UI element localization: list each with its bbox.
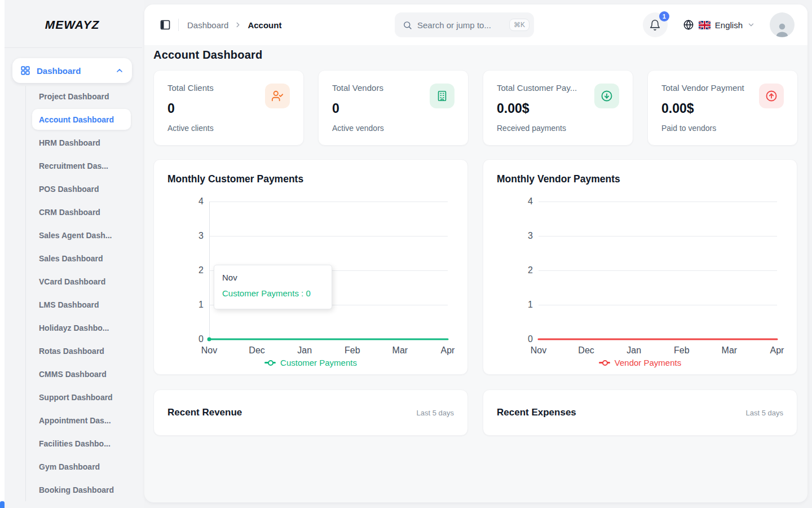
chevron-up-icon [115,66,124,75]
building-icon [430,84,454,108]
y-axis-label: 2 [506,265,533,276]
card-period: Last 5 days [746,409,784,417]
arrow-down-circle-icon [594,84,619,108]
legend-marker-icon [599,362,610,364]
y-axis-label: 1 [176,299,204,310]
sidebar-item-label: Appointment Das... [39,416,111,425]
content-area: Account Dashboard Total Clients 0 Active… [144,45,807,436]
sidebar-item-label: Holidayz Dashbo... [39,323,109,332]
stat-subtitle: Received payments [497,124,619,133]
sidebar-item-label: POS Dashboard [39,185,99,194]
x-axis-label: Mar [712,345,746,356]
arrow-up-circle-icon [759,84,784,108]
stat-label: Total Customer Pay... [497,83,601,93]
sidebar-item-label: Gym Dashboard [39,462,100,471]
sidebar-item-account-dashboard[interactable]: Account Dashboard [0,108,144,131]
tooltip-value: Customer Payments : 0 [222,288,324,298]
sidebar-group-label: Dashboard [37,66,81,76]
sidebar-nav: Project DashboardAccount DashboardHRM Da… [0,85,144,501]
notification-badge: 1 [659,11,669,21]
globe-icon [683,19,694,30]
sidebar-item-sales-dashboard[interactable]: Sales Dashboard [0,247,144,270]
chart-card-customer-payments: Monthly Customer Payments 43210NovDecJan… [153,159,468,375]
card-period: Last 5 days [417,409,454,417]
sidebar-item-recruitment-das[interactable]: Recruitment Das... [0,154,144,177]
notifications-button[interactable]: 1 [643,12,668,37]
sidebar-item-label: Account Dashboard [39,115,114,124]
sidebar-item-vcard-dashboard[interactable]: VCard Dashboard [0,270,144,293]
sidebar-item-appointment-das[interactable]: Appointment Das... [0,409,144,432]
chevron-right-icon [234,21,242,29]
stat-label: Total Clients [167,83,272,93]
sidebar-item-hrm-dashboard[interactable]: HRM Dashboard [0,131,144,154]
sidebar-scrollbar-thumb[interactable] [0,501,5,508]
chart-plot-area[interactable]: 43210NovDecJanFebMarApr [483,160,797,374]
y-axis-label: 3 [176,230,204,242]
sidebar-item-facilities-dashbo[interactable]: Facilities Dashbo... [0,432,144,455]
sidebar-item-project-dashboard[interactable]: Project Dashboard [0,85,144,108]
breadcrumb-root[interactable]: Dashboard [187,20,228,30]
x-axis-label: Jan [288,345,321,356]
sidebar-item-label: HRM Dashboard [39,138,100,147]
recent-revenue-card: Recent Revenue Last 5 days [153,389,468,436]
language-selector[interactable]: English [683,19,755,30]
series-line[interactable] [535,198,780,343]
sidebar-item-cmms-dashboard[interactable]: CMMS Dashboard [0,362,144,386]
x-axis-label: Apr [431,345,465,356]
stat-subtitle: Active clients [167,124,290,133]
card-title: Recent Expenses [497,407,576,418]
sidebar-item-label: Booking Dashboard [39,485,114,494]
search-shortcut-badge: ⌘K [509,19,529,31]
user-check-icon [265,84,290,108]
y-axis-label: 0 [176,334,204,345]
header-actions: 1 [643,12,795,37]
card-title: Recent Revenue [167,407,242,418]
sidebar-item-gym-dashboard[interactable]: Gym Dashboard [0,455,144,478]
x-axis-label: Jan [617,345,651,356]
sidebar-item-support-dashboard[interactable]: Support Dashboard [0,386,144,409]
sidebar-item-booking-dashboard[interactable]: Booking Dashboard [0,478,144,501]
search-input[interactable] [417,20,504,30]
sidebar-item-label: Sales Dashboard [39,254,103,263]
sidebar-divider [5,47,142,48]
sidebar-item-label: Project Dashboard [39,92,109,101]
sidebar-item-crm-dashboard[interactable]: CRM Dashboard [0,200,144,224]
y-axis-label: 0 [506,334,533,345]
x-axis-label: Nov [522,345,555,356]
sidebar-item-label: Support Dashboard [39,393,113,402]
tooltip-month: Nov [222,273,324,282]
chart-legend[interactable]: Vendor Payments [483,358,797,367]
sidebar-item-lms-dashboard[interactable]: LMS Dashboard [0,293,144,316]
header-divider [178,19,179,31]
series-point [208,338,211,341]
breadcrumb: Dashboard Account [187,20,281,30]
sidebar-item-sales-agent-dash[interactable]: Sales Agent Dash... [0,224,144,247]
sidebar-item-label: Rotas Dashboard [39,347,104,356]
sidebar-item-holidayz-dashbo[interactable]: Holidayz Dashbo... [0,316,144,339]
main-panel: Dashboard Account ⌘K [144,5,807,502]
sidebar-item-rotas-dashboard[interactable]: Rotas Dashboard [0,339,144,362]
y-axis-label: 2 [176,265,204,276]
sidebar-item-label: Recruitment Das... [39,161,108,170]
person-icon [774,21,791,37]
x-axis-label: Feb [665,345,699,356]
uk-flag-icon [699,21,710,29]
chevron-down-icon [747,21,755,29]
search-box[interactable]: ⌘K [395,12,534,37]
sidebar-item-label: Sales Agent Dash... [39,231,112,240]
chart-card-vendor-payments: Monthly Vendor Payments 43210NovDecJanFe… [483,159,797,375]
chart-legend[interactable]: Customer Payments [154,358,467,367]
y-axis-label: 4 [506,196,533,207]
stat-card-total-clients: Total Clients 0 Active clients [153,70,304,146]
sidebar: MEWAYZ Dashboard Project DashboardAccoun… [0,0,144,508]
chart-tooltip: Nov Customer Payments : 0 [214,265,332,309]
search-icon [403,20,412,30]
sidebar-group-dashboard[interactable]: Dashboard [12,58,132,83]
user-avatar[interactable] [770,12,795,37]
stats-row: Total Clients 0 Active clients Total Ven… [153,70,798,146]
sidebar-item-pos-dashboard[interactable]: POS Dashboard [0,177,144,200]
recent-expenses-card: Recent Expenses Last 5 days [483,389,797,436]
x-axis-label: Dec [240,345,274,356]
sidebar-toggle-icon[interactable] [160,19,171,30]
sidebar-item-label: VCard Dashboard [39,277,105,286]
